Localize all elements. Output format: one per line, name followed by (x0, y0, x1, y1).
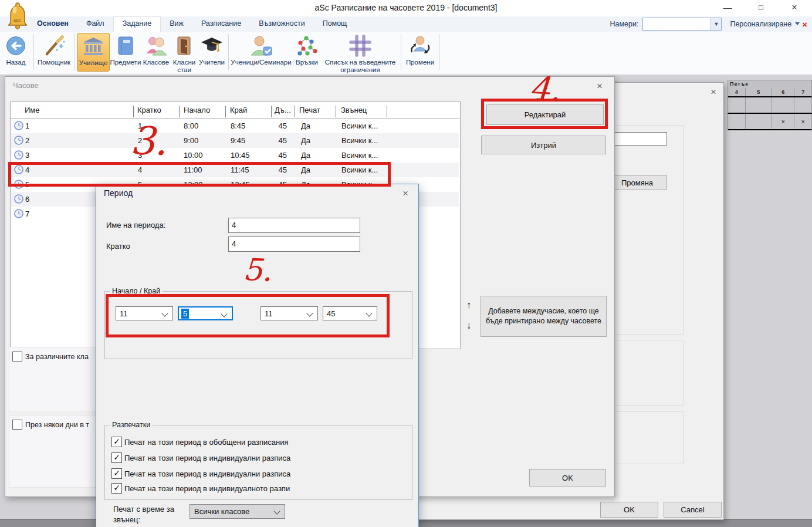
timetable-cell[interactable]: × (772, 114, 794, 129)
customize-menu[interactable]: Персонализиране (730, 20, 791, 28)
table-row[interactable]: 1 1 8:00 8:45 45 Да Всички к... (11, 119, 459, 133)
move-up-icon[interactable]: ↑ (466, 300, 471, 310)
print-summary-checkbox[interactable]: ✓ (111, 437, 122, 447)
group-label: Разпечатки (110, 421, 153, 429)
cell-length: 45 (266, 136, 287, 145)
maximize-button[interactable]: □ (745, 0, 777, 16)
cancel-button[interactable]: Cancel (664, 502, 722, 518)
period-header: 5 (746, 88, 772, 96)
ok-button[interactable]: OK (600, 502, 658, 518)
annotation-rect-combos (106, 294, 390, 337)
window-title: aSc Разписание на часовете 2019 - [docum… (0, 3, 812, 12)
group-box (611, 125, 684, 335)
some-days-checkbox[interactable] (12, 420, 22, 430)
find-input[interactable]: ▼ (642, 18, 722, 31)
cell-bell: Всички к... (341, 121, 378, 130)
timetable-cell[interactable] (772, 97, 794, 113)
minimize-button[interactable]: — (711, 0, 744, 16)
text-input[interactable] (607, 132, 667, 146)
col-length[interactable]: Дъ... (275, 106, 291, 114)
tab-vizh[interactable]: Виж (161, 16, 192, 32)
day-header: Петък (728, 80, 812, 88)
toolbar-wizard-button[interactable]: Помощник (35, 33, 73, 66)
toolbar-classrooms-button[interactable]: Класни стаи (170, 33, 198, 74)
print-individual-3-checkbox[interactable]: ✓ (111, 483, 122, 494)
timetable-cell[interactable] (728, 97, 746, 113)
tab-razpisanie[interactable]: Разписание (192, 16, 250, 32)
toolbar-students-button[interactable]: Ученици/Семинари (231, 33, 292, 66)
toolbar-label: Списък на въведените ограничения (322, 59, 398, 74)
cell-end: 8:45 (231, 121, 245, 130)
cell-start: 10:00 (184, 151, 203, 160)
table-row[interactable]: 3 3 10:00 10:45 45 Да Всички к... (11, 148, 459, 163)
toolbar-links-button[interactable]: Връзки (292, 33, 322, 66)
close-icon[interactable]: × (399, 188, 412, 200)
timetable-cell[interactable] (746, 97, 772, 113)
chevron-down-icon[interactable] (795, 22, 800, 25)
bell-print-select[interactable]: Всички класове (190, 504, 285, 519)
toolbar-separator (439, 34, 439, 70)
tab-pomosht[interactable]: Помощ (314, 16, 356, 32)
timetable-row[interactable] (728, 97, 812, 114)
toolbar-label: Класни стаи (170, 59, 198, 74)
chevron-down-icon[interactable]: ▼ (710, 18, 721, 30)
timetable-cell[interactable] (728, 114, 746, 129)
col-start[interactable]: Начало (184, 106, 210, 114)
select-value: Всички класове (194, 507, 249, 516)
cell-bell: Всички к... (341, 151, 378, 160)
table-row[interactable]: 2 2 9:00 9:45 45 Да Всички к... (11, 133, 459, 148)
clock-icon (14, 209, 23, 218)
toolbar-changes-button[interactable]: Промени (403, 33, 437, 66)
tab-fail[interactable]: Файл (77, 16, 113, 32)
app-window: aSc Разписание на часовете 2019 - [docum… (0, 0, 812, 527)
toolbar-label: Връзки (292, 59, 322, 66)
different-classes-checkbox[interactable] (12, 352, 22, 362)
tab-vazmozhnosti[interactable]: Възможности (250, 16, 313, 32)
ok-button[interactable]: OK (529, 469, 606, 487)
toolbar-label: Помощник (35, 59, 73, 66)
clock-icon (14, 136, 23, 145)
cell-name: 1 (25, 121, 29, 130)
toolbar-school-button[interactable]: Училище (77, 33, 110, 72)
col-end[interactable]: Край (230, 106, 247, 114)
period-name-label: Име на периода: (106, 221, 165, 229)
title-bar: aSc Разписание на часовете 2019 - [docum… (0, 0, 812, 16)
print-individual-1-checkbox[interactable]: ✓ (111, 452, 122, 463)
toolbar-teachers-button[interactable]: Учители (198, 33, 225, 66)
checkbox-label: За различните кла (25, 353, 89, 361)
tab-zadanie[interactable]: Задание (113, 16, 161, 32)
close-icon[interactable]: × (707, 86, 720, 98)
links-icon (292, 33, 322, 59)
toolbar-constraints-button[interactable]: Списък на въведените ограничения (322, 33, 398, 74)
change-button[interactable]: Промяна (607, 175, 667, 190)
toolbar-subjects-button[interactable]: Предмети (109, 33, 142, 66)
delete-button[interactable]: Изтрий (481, 136, 606, 154)
close-panel-icon[interactable]: × (802, 19, 807, 29)
col-name[interactable]: Име (25, 106, 40, 114)
timetable-row[interactable]: × × (728, 114, 812, 130)
chevron-down-icon (273, 508, 280, 514)
annotation-step-3: 3. (130, 121, 168, 161)
toolbar-back-button[interactable]: Назад (1, 33, 31, 66)
print-individual-2-checkbox[interactable]: ✓ (111, 468, 122, 479)
close-icon[interactable]: × (593, 80, 606, 92)
timetable-cell[interactable] (794, 97, 811, 113)
toolbar-separator (75, 34, 75, 70)
move-down-icon[interactable]: ↓ (466, 320, 471, 331)
close-button[interactable]: × (778, 0, 811, 16)
col-print[interactable]: Печат (299, 106, 320, 114)
changes-icon (403, 33, 437, 59)
toolbar-classes-button[interactable]: Класове (142, 33, 170, 66)
period-name-input[interactable]: 4 (228, 218, 360, 233)
col-bell[interactable]: Звънец (341, 106, 367, 114)
period-short-input[interactable]: 4 (228, 237, 360, 252)
door-icon (170, 33, 198, 59)
asc-bell-logo-icon: aSc (6, 1, 29, 30)
col-short[interactable]: Кратко (137, 106, 161, 114)
teacher-icon (198, 33, 225, 59)
add-break-button[interactable]: Добавете междучасие, което ще бъде принт… (481, 296, 607, 337)
timetable-cell[interactable]: × (794, 114, 811, 129)
timetable-cell[interactable] (746, 114, 772, 129)
tab-osnoven[interactable]: Основен (28, 16, 77, 32)
checkbox-label: Печат на този период в индивидуални разп… (124, 469, 383, 478)
